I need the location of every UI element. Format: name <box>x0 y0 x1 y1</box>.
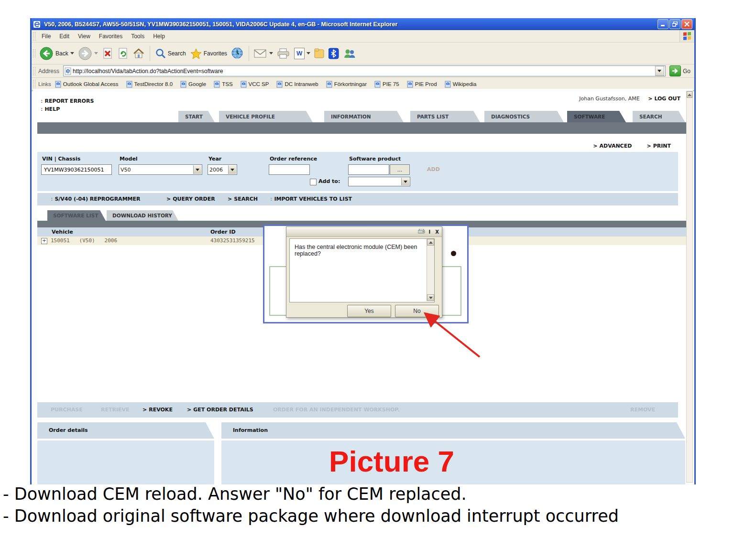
search-link[interactable]: >SEARCH <box>228 196 258 202</box>
menu-help[interactable]: Help <box>149 33 169 40</box>
page-scrollbar[interactable] <box>686 91 693 483</box>
user-name: Johan Gustafsson, AME <box>579 96 639 102</box>
revoke-button[interactable]: >REVOKE <box>142 407 173 413</box>
toolbar-drag-handle[interactable] <box>33 80 35 88</box>
tab-parts-list[interactable]: PARTS LIST <box>410 111 480 122</box>
forward-dropdown-icon[interactable] <box>94 52 98 54</box>
menu-tools[interactable]: Tools <box>127 33 149 40</box>
messenger-button[interactable] <box>343 48 356 59</box>
dialog-info-icon[interactable]: I <box>429 229 431 235</box>
toolbar-drag-handle[interactable] <box>33 32 35 41</box>
add-to-select[interactable] <box>348 177 410 186</box>
tab-software[interactable]: SOFTWARE <box>567 111 626 122</box>
vin-input[interactable] <box>41 164 112 175</box>
menu-edit[interactable]: Edit <box>55 33 74 40</box>
back-dropdown-icon[interactable] <box>70 52 74 54</box>
address-url-input[interactable] <box>72 67 655 75</box>
stop-button[interactable] <box>102 47 113 60</box>
link-forkortningar[interactable]: Förkortningar <box>326 81 367 88</box>
model-select[interactable]: V50 <box>119 164 202 175</box>
row-expander-icon[interactable]: + <box>41 238 47 244</box>
home-button[interactable] <box>132 47 145 60</box>
edit-with-word-button[interactable]: W <box>294 48 310 59</box>
tab-diagnostics[interactable]: DIAGNOSTICS <box>484 111 564 122</box>
bluetooth-button[interactable] <box>329 48 339 59</box>
toolbar-drag-handle[interactable] <box>33 67 35 75</box>
purchase-button[interactable]: PURCHASE <box>51 407 83 413</box>
refresh-button[interactable] <box>117 47 129 60</box>
link-google[interactable]: Google <box>180 81 206 88</box>
print-button[interactable] <box>277 48 290 59</box>
link-outlook[interactable]: Outlook Global Access <box>55 81 119 88</box>
add-button[interactable]: ADD <box>427 166 440 172</box>
tab-vehicle-profile[interactable]: VEHICLE PROFILE <box>219 111 313 122</box>
import-vehicles-link[interactable]: :IMPORT VEHICLES TO LIST <box>270 196 352 202</box>
link-testdirector[interactable]: TestDirector 8.0 <box>126 81 173 88</box>
address-dropdown-icon[interactable] <box>655 66 664 76</box>
restore-button[interactable] <box>669 19 680 29</box>
tab-download-history[interactable]: DOWNLOAD HISTORY <box>107 210 178 221</box>
year-select[interactable]: 2006 <box>208 164 237 175</box>
link-pie-75[interactable]: PIE 75 <box>374 81 399 88</box>
search-button[interactable]: Search <box>155 48 186 59</box>
software-product-input[interactable] <box>348 164 389 175</box>
link-ie-icon <box>241 81 247 88</box>
favorites-label: Favorites <box>204 50 227 57</box>
link-wikipedia[interactable]: Wikipedia <box>445 81 477 88</box>
menu-view[interactable]: View <box>74 33 95 40</box>
link-ie-icon <box>407 81 413 88</box>
link-vcc-sp[interactable]: VCC SP <box>241 81 269 88</box>
logout-link[interactable]: >LOG OUT <box>648 96 680 102</box>
link-dc-intranweb[interactable]: DC Intranweb <box>276 81 318 88</box>
tab-information[interactable]: INFORMATION <box>324 111 404 122</box>
favorites-button[interactable]: Favorites <box>190 48 227 59</box>
no-button[interactable]: No <box>395 305 439 317</box>
minimize-button[interactable] <box>657 19 668 29</box>
add-to-dropdown-icon[interactable] <box>401 178 409 185</box>
tab-software-list[interactable]: SOFTWARE LIST <box>47 210 106 221</box>
year-dropdown-icon[interactable] <box>228 165 236 174</box>
tab-start[interactable]: START <box>178 111 215 122</box>
folder-icon <box>314 48 325 59</box>
mail-button[interactable] <box>254 48 273 59</box>
link-pie-prod[interactable]: PIE Prod <box>407 81 437 88</box>
history-button[interactable] <box>231 47 244 60</box>
forward-button[interactable] <box>78 46 98 61</box>
toolbar-drag-handle[interactable] <box>33 49 35 58</box>
dialog-print-icon[interactable] <box>418 229 425 235</box>
add-to-checkbox[interactable] <box>310 179 317 185</box>
model-dropdown-icon[interactable] <box>193 165 201 174</box>
software-product-browse-button[interactable]: ... <box>390 164 410 175</box>
dialog-scrollbar[interactable] <box>427 239 434 301</box>
links-label: Links <box>38 81 51 87</box>
get-order-details-button[interactable]: >GET ORDER DETAILS <box>187 407 253 413</box>
edit-dropdown-icon[interactable] <box>307 52 310 54</box>
order-reference-input[interactable] <box>269 164 310 175</box>
go-button[interactable] <box>669 65 681 76</box>
link-ie-icon <box>180 81 186 88</box>
scroll-down-icon[interactable] <box>427 294 434 301</box>
retrieve-button[interactable]: RETRIEVE <box>101 407 130 413</box>
information-header: Information <box>221 422 685 439</box>
link-tss[interactable]: TSS <box>214 81 232 88</box>
print-link[interactable]: >PRINT <box>646 143 671 149</box>
page-scroll-up-icon[interactable] <box>687 91 692 98</box>
help-link[interactable]: :HELP <box>41 104 60 113</box>
tab-search[interactable]: SEARCH <box>633 111 685 122</box>
dialog-close-icon[interactable]: X <box>435 229 439 235</box>
yes-button[interactable]: Yes <box>347 305 391 317</box>
scroll-up-icon[interactable] <box>427 239 434 246</box>
address-field[interactable] <box>63 65 666 76</box>
advanced-link[interactable]: >ADVANCED <box>593 143 632 149</box>
mail-dropdown-icon[interactable] <box>269 52 273 54</box>
caption-line-2: - Download original software package whe… <box>3 506 619 526</box>
reprogrammer-link[interactable]: :S/V40 (-04) REPROGRAMMER <box>51 196 141 202</box>
menu-file[interactable]: File <box>37 33 55 40</box>
back-button[interactable]: Back <box>39 46 74 61</box>
query-order-link[interactable]: >QUERY ORDER <box>166 196 215 202</box>
close-button[interactable] <box>681 19 692 29</box>
menu-favorites[interactable]: Favorites <box>95 33 127 40</box>
remove-button[interactable]: REMOVE <box>630 407 655 413</box>
research-button[interactable] <box>314 48 325 59</box>
independent-workshop-button[interactable]: ORDER FOR AN INDEPENDENT WORKSHOP. <box>273 407 400 413</box>
